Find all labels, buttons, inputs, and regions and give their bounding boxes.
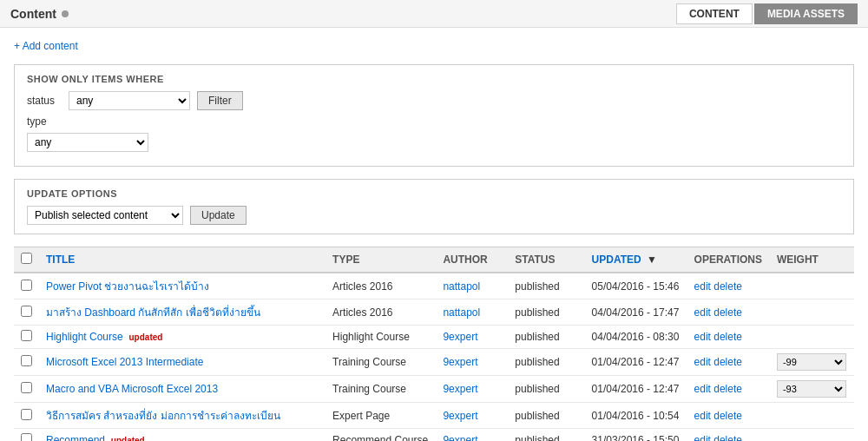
row-op-edit-link[interactable]: edit	[694, 356, 711, 368]
row-status-cell: published	[508, 429, 584, 442]
row-title-link[interactable]: มาสร้าง Dashboard กันสักทีสัก เพื่อชีวิต…	[46, 306, 260, 319]
row-author-link[interactable]: nattapol	[443, 306, 480, 319]
row-title-link[interactable]: วิธีการสมัคร สำหรองที่ยัง ม่อกการชำระค่า…	[46, 410, 280, 422]
update-options-box: UPDATE OPTIONS Publish selected content …	[14, 179, 854, 234]
row-title-cell: Power Pivot ช่วยงานฉะไรเราได้บ้าง	[39, 273, 326, 299]
row-operations-cell: edit delete	[687, 299, 770, 326]
row-op-delete-link[interactable]: delete	[713, 356, 742, 368]
th-weight: WEIGHT	[770, 247, 854, 273]
tab-media-assets[interactable]: MEDIA ASSETS	[754, 3, 858, 24]
row-type-cell: Expert Page	[326, 403, 436, 429]
row-operations-cell: edit delete	[687, 403, 770, 429]
header-title-area: Content	[10, 7, 69, 21]
th-updated[interactable]: UPDATED ▼	[585, 247, 687, 273]
row-status-cell: published	[508, 299, 584, 326]
row-author-link[interactable]: nattapol	[443, 280, 480, 293]
row-op-edit-link[interactable]: edit	[694, 280, 711, 293]
row-op-delete-link[interactable]: delete	[713, 280, 742, 293]
row-op-edit-link[interactable]: edit	[694, 410, 711, 422]
row-operations-cell: edit delete	[687, 273, 770, 299]
row-author-link[interactable]: 9expert	[443, 434, 477, 441]
content-table: TITLE TYPE AUTHOR STATUS UPDATED ▼ OPERA…	[14, 247, 854, 441]
row-checkbox-cell	[14, 376, 39, 403]
filter-status-select[interactable]: any published not published	[69, 91, 190, 110]
row-title-link[interactable]: Macro and VBA Microsoft Excel 2013	[46, 383, 218, 395]
row-checkbox[interactable]	[21, 433, 32, 441]
table-row: วิธีการสมัคร สำหรองที่ยัง ม่อกการชำระค่า…	[14, 403, 854, 429]
row-checkbox[interactable]	[21, 306, 32, 317]
row-author-cell: nattapol	[436, 273, 508, 299]
filter-status-label: status	[27, 95, 62, 107]
row-title-cell: Microsoft Excel 2013 Intermediate	[39, 349, 326, 376]
th-author: AUTHOR	[436, 247, 508, 273]
add-content-link[interactable]: + Add content	[14, 40, 78, 52]
update-options-select[interactable]: Publish selected content Unpublish selec…	[27, 206, 183, 225]
row-title-link[interactable]: Highlight Course	[46, 331, 123, 343]
row-checkbox[interactable]	[21, 280, 32, 291]
filter-box: SHOW ONLY ITEMS WHERE status any publish…	[14, 64, 854, 167]
sort-arrow-icon: ▼	[647, 253, 657, 266]
select-all-checkbox[interactable]	[21, 253, 32, 264]
row-op-edit-link[interactable]: edit	[694, 331, 711, 343]
row-weight-cell	[770, 299, 854, 326]
row-checkbox-cell	[14, 273, 39, 299]
row-type-cell: Articles 2016	[326, 273, 436, 299]
row-type-cell: Highlight Course	[326, 326, 436, 349]
row-checkbox[interactable]	[21, 330, 32, 341]
row-author-cell: 9expert	[436, 429, 508, 442]
row-updated-cell: 31/03/2016 - 15:50	[585, 429, 687, 442]
update-options-title: UPDATE OPTIONS	[27, 188, 841, 199]
row-title-badge: updated	[108, 436, 145, 441]
page-title: Content	[10, 7, 56, 21]
row-op-delete-link[interactable]: delete	[713, 306, 742, 319]
row-op-delete-link[interactable]: delete	[713, 331, 742, 343]
filter-button[interactable]: Filter	[197, 91, 243, 110]
row-title-cell: Macro and VBA Microsoft Excel 2013	[39, 376, 326, 403]
row-updated-cell: 04/04/2016 - 17:47	[585, 299, 687, 326]
row-op-edit-link[interactable]: edit	[694, 383, 711, 395]
row-weight-select[interactable]: -93	[777, 380, 846, 398]
row-updated-cell: 01/04/2016 - 12:47	[585, 376, 687, 403]
row-type-cell: Articles 2016	[326, 299, 436, 326]
update-button[interactable]: Update	[190, 206, 247, 225]
row-operations-cell: edit delete	[687, 326, 770, 349]
row-weight-cell: -99	[770, 349, 854, 376]
row-checkbox-cell	[14, 299, 39, 326]
filter-section-title: SHOW ONLY ITEMS WHERE	[27, 74, 841, 84]
row-checkbox[interactable]	[21, 382, 32, 393]
row-checkbox[interactable]	[21, 355, 32, 366]
row-type-cell: Training Course	[326, 349, 436, 376]
row-status-cell: published	[508, 403, 584, 429]
row-status-cell: published	[508, 326, 584, 349]
row-author-link[interactable]: 9expert	[443, 331, 477, 343]
row-title-link[interactable]: Recommend	[46, 434, 105, 441]
row-checkbox[interactable]	[21, 409, 32, 420]
row-op-delete-link[interactable]: delete	[713, 410, 742, 422]
row-op-delete-link[interactable]: delete	[713, 434, 742, 441]
row-op-edit-link[interactable]: edit	[694, 434, 711, 441]
row-weight-select[interactable]: -99	[777, 353, 846, 371]
row-checkbox-cell	[14, 429, 39, 442]
row-title-link[interactable]: Power Pivot ช่วยงานฉะไรเราได้บ้าง	[46, 280, 209, 293]
row-author-cell: nattapol	[436, 299, 508, 326]
row-author-link[interactable]: 9expert	[443, 383, 477, 395]
th-checkbox	[14, 247, 39, 273]
row-op-delete-link[interactable]: delete	[713, 383, 742, 395]
row-status-cell: published	[508, 376, 584, 403]
row-author-link[interactable]: 9expert	[443, 410, 477, 422]
filter-status-row: status any published not published Filte…	[27, 91, 841, 110]
row-operations-cell: edit delete	[687, 349, 770, 376]
filter-type-select[interactable]: any	[27, 133, 148, 152]
row-author-link[interactable]: 9expert	[443, 356, 477, 368]
tab-content[interactable]: CONTENT	[676, 3, 753, 24]
row-weight-cell	[770, 273, 854, 299]
row-title-link[interactable]: Microsoft Excel 2013 Intermediate	[46, 356, 203, 368]
th-title[interactable]: TITLE	[39, 247, 326, 273]
row-op-edit-link[interactable]: edit	[694, 306, 711, 319]
table-row: Power Pivot ช่วยงานฉะไรเราได้บ้างArticle…	[14, 273, 854, 299]
row-type-cell: Recommend Course	[326, 429, 436, 442]
filter-type-label: type	[27, 115, 62, 128]
row-checkbox-cell	[14, 349, 39, 376]
row-weight-cell	[770, 326, 854, 349]
row-author-cell: 9expert	[436, 376, 508, 403]
